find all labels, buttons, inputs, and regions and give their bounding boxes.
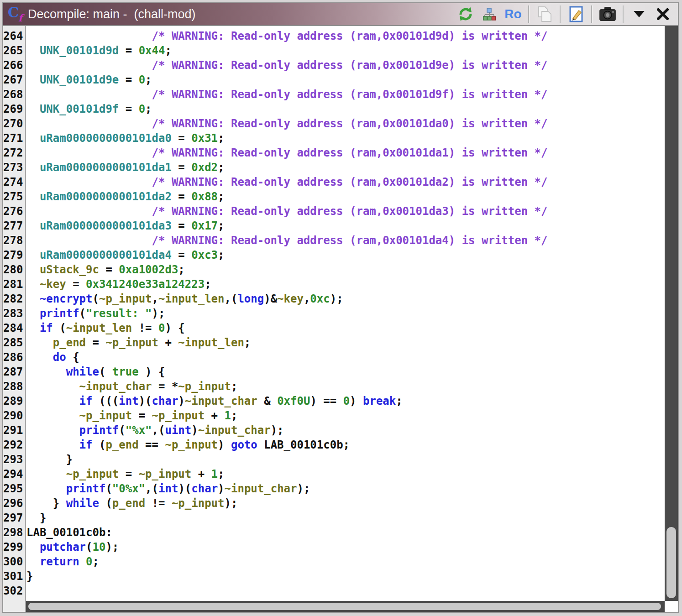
code-token-loc[interactable]: ~input_char	[79, 380, 152, 393]
code-token-pln[interactable]	[26, 73, 40, 86]
code-token-pln[interactable]	[26, 555, 40, 568]
code-token-kw[interactable]: int	[119, 395, 138, 407]
code-token-pln[interactable]: )	[218, 482, 224, 495]
code-token-pln[interactable]: (((	[93, 395, 119, 407]
code-token-lab[interactable]: LAB_00101c0b	[264, 439, 343, 451]
code-token-pln[interactable]: );	[152, 307, 165, 320]
code-token-pln[interactable]	[26, 468, 66, 480]
code-token-loc[interactable]: ~p_input	[66, 468, 119, 480]
code-token-str[interactable]: "result: "	[86, 307, 152, 320]
code-line[interactable]: UNK_00101d9d = 0x44;	[26, 43, 665, 58]
code-token-pln[interactable]: }	[26, 570, 33, 583]
code-token-pln[interactable]: );	[330, 292, 343, 305]
code-token-pln[interactable]: }	[26, 512, 46, 524]
code-token-pln[interactable]: )	[178, 395, 184, 407]
code-token-loc[interactable]: p_end	[53, 336, 86, 349]
code-token-pln[interactable]: ;	[396, 395, 402, 407]
code-token-pln[interactable]: (	[105, 482, 112, 495]
code-token-fn[interactable]: printf	[79, 424, 119, 437]
code-token-pln[interactable]: ;	[218, 161, 224, 174]
code-token-pln[interactable]: )	[218, 439, 231, 451]
edit-button[interactable]	[567, 5, 585, 23]
graph-button[interactable]	[481, 5, 498, 23]
code-token-loc[interactable]: ~input_char	[185, 395, 257, 407]
code-token-pln[interactable]: )(	[178, 482, 191, 495]
code-token-kw[interactable]: if	[79, 395, 93, 407]
code-line[interactable]: /* WARNING: Read-only address (ram,0x001…	[26, 175, 665, 189]
code-token-loc[interactable]: ~p_input	[165, 439, 218, 451]
code-token-kw[interactable]: char	[152, 395, 178, 407]
code-token-pln[interactable]: !=	[132, 322, 158, 334]
code-token-pln[interactable]: (	[99, 497, 112, 510]
code-line[interactable]: /* WARNING: Read-only address (ram,0x001…	[26, 58, 665, 73]
code-token-pln[interactable]	[26, 161, 40, 174]
code-token-pln[interactable]: ;	[218, 132, 224, 145]
code-line[interactable]: if (p_end == ~p_input) goto LAB_00101c0b…	[26, 438, 665, 452]
code-token-pln[interactable]: );	[271, 424, 284, 437]
code-token-loc[interactable]: ~p_input	[139, 468, 192, 480]
code-token-com[interactable]: /* WARNING: Read-only address (ram,0x001…	[26, 234, 548, 247]
code-token-num[interactable]: 0xa1002d3	[119, 263, 178, 276]
code-token-loc[interactable]: ~p_input	[79, 409, 132, 422]
code-token-glb[interactable]: uRam0000000000101da2	[40, 190, 172, 203]
code-token-pln[interactable]: ,	[152, 292, 158, 305]
vertical-scrollbar-thumb[interactable]	[666, 527, 676, 598]
code-token-loc[interactable]: ~p_input	[99, 292, 152, 305]
code-line[interactable]: ~p_input = ~p_input + 1;	[26, 408, 665, 423]
code-line[interactable]: uStack_9c = 0xa1002d3;	[26, 262, 665, 277]
code-token-num[interactable]: 0x341240e33a124223	[86, 278, 205, 291]
code-token-com[interactable]: /* WARNING: Read-only address (ram,0x001…	[26, 88, 548, 101]
code-token-pln[interactable]: ;	[93, 555, 99, 568]
code-token-num[interactable]: 0	[158, 322, 165, 334]
code-token-pln[interactable]: =	[172, 249, 191, 261]
code-token-pln[interactable]: ;	[231, 380, 237, 393]
code-token-loc[interactable]: p_end	[105, 439, 138, 451]
code-line[interactable]: if (((int)(char)~input_char & 0xf0U) == …	[26, 394, 665, 408]
code-token-pln[interactable]	[26, 278, 40, 291]
code-token-pln[interactable]: =	[172, 132, 191, 145]
code-token-str[interactable]: "%x"	[126, 424, 152, 437]
code-token-pln[interactable]: = *	[152, 380, 178, 393]
code-token-pln[interactable]	[26, 44, 40, 57]
code-token-str[interactable]: "0%x"	[112, 482, 145, 495]
code-token-pln[interactable]	[26, 132, 40, 145]
code-token-pln[interactable]: ,(	[145, 482, 158, 495]
code-token-num[interactable]: 0x17	[191, 219, 218, 232]
ro-button[interactable]: Ro	[504, 5, 522, 23]
code-token-pln[interactable]: =	[172, 219, 191, 232]
code-line[interactable]: ~key = 0x341240e33a124223;	[26, 277, 665, 292]
code-token-pln[interactable]: ) {	[165, 322, 184, 334]
code-token-pln[interactable]: +	[191, 468, 211, 480]
code-token-pln[interactable]: (	[93, 439, 106, 451]
code-token-loc[interactable]: p_end	[112, 497, 145, 510]
code-token-num[interactable]: 10	[93, 541, 106, 553]
code-token-num[interactable]: 0	[139, 73, 145, 86]
code-token-num[interactable]: 0x88	[191, 190, 218, 203]
code-token-pln[interactable]	[26, 395, 79, 407]
code-token-pln[interactable]: ;	[218, 219, 224, 232]
code-token-pln[interactable]	[26, 365, 66, 378]
code-token-num[interactable]: 0	[139, 103, 145, 115]
code-token-pln[interactable]	[79, 555, 86, 568]
code-token-pln[interactable]: =	[132, 409, 152, 422]
code-token-kw[interactable]: while	[66, 365, 99, 378]
code-token-pln[interactable]: );	[297, 482, 310, 495]
refresh-button[interactable]	[457, 5, 474, 23]
code-token-pln[interactable]: ,(	[152, 424, 165, 437]
code-token-pln[interactable]	[26, 409, 79, 422]
code-token-pln[interactable]: :	[105, 526, 112, 539]
code-token-pln[interactable]: +	[158, 336, 178, 349]
code-line[interactable]: ~input_char = *~p_input;	[26, 379, 665, 394]
code-token-pln[interactable]	[257, 439, 264, 451]
code-token-com[interactable]: /* WARNING: Read-only address (ram,0x001…	[26, 205, 548, 218]
code-line[interactable]	[26, 584, 665, 598]
code-token-pln[interactable]: ,	[304, 292, 310, 305]
code-token-num[interactable]: 1	[225, 409, 231, 422]
code-token-loc[interactable]: ~p_input	[178, 380, 231, 393]
code-line[interactable]: uRam0000000000101da0 = 0x31;	[26, 131, 665, 146]
code-token-pln[interactable]: =	[172, 161, 191, 174]
code-token-pln[interactable]	[26, 190, 40, 203]
code-line[interactable]: uRam0000000000101da2 = 0x88;	[26, 189, 665, 204]
code-token-num[interactable]: true	[112, 365, 139, 378]
code-token-com[interactable]: /* WARNING: Read-only address (ram,0x001…	[26, 59, 548, 72]
